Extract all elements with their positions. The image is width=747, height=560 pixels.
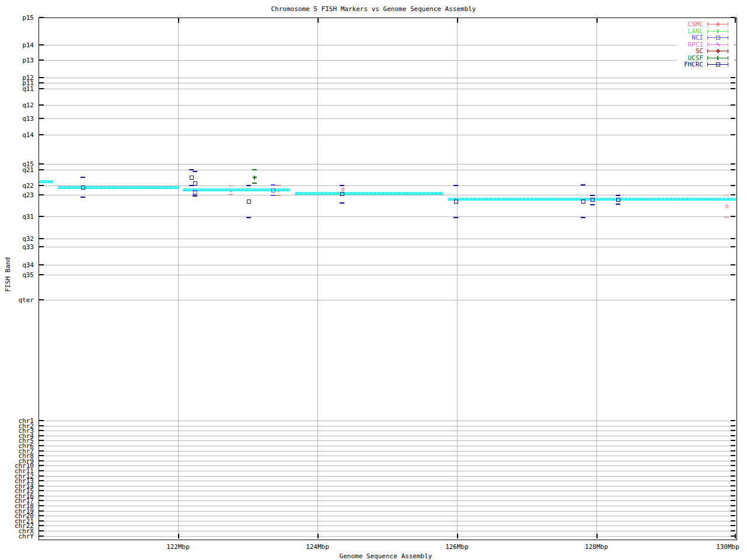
legend-label-fhcrc: FHCRC (659, 61, 703, 68)
right-tick-chr8 (731, 455, 735, 456)
y-tick-label-q32: q32 (0, 236, 34, 242)
left-tick-q35 (39, 274, 44, 275)
left-tick-chr20 (39, 515, 44, 516)
right-tick-chr15 (731, 490, 735, 491)
right-tick-q13 (731, 118, 735, 119)
right-tick-q12 (731, 104, 735, 106)
y-tick-label-q12: q12 (0, 102, 34, 108)
LANL-legend-plus-v (717, 29, 718, 33)
left-tick-q15 (39, 163, 44, 164)
top-tick-122Mbp (178, 18, 179, 23)
x-tick-label-124Mbp: 124Mbp (305, 544, 330, 550)
left-tick-p13 (39, 60, 44, 61)
left-tick-chr3 (39, 430, 44, 431)
y-tick-label-qter: qter (0, 297, 34, 303)
left-tick-chr22 (39, 525, 44, 526)
right-tick-chr4 (731, 435, 735, 436)
left-tick-p15 (39, 17, 44, 18)
top-tick-130Mbp (735, 18, 736, 23)
left-tick-chr11 (39, 470, 44, 471)
legend-label-sc: SC (659, 48, 703, 54)
UCSF-legend-cap-right (728, 56, 728, 60)
RPCI-legend-cap-right (728, 43, 728, 47)
y-tick-label-q21: q21 (0, 167, 34, 173)
NCI-legend-cap-right (728, 36, 728, 40)
left-tick-chr1 (39, 420, 44, 421)
left-tick-p12 (39, 77, 44, 78)
LANL-legend-cap-left (707, 29, 708, 33)
SC-legend-cap-right (728, 49, 728, 53)
legend-label-ucsf: UCSF (659, 55, 703, 61)
right-tick-chr1 (731, 420, 735, 421)
right-tick-q15 (731, 163, 735, 164)
left-tick-q12 (39, 104, 44, 106)
left-tick-chrY (39, 536, 44, 537)
right-tick-chr11 (731, 470, 735, 471)
left-tick-chrX (39, 530, 44, 531)
y-tick-label-q11: q11 (0, 86, 34, 92)
right-tick-q31 (731, 216, 735, 217)
left-tick-q34 (39, 264, 44, 265)
left-tick-chr5 (39, 440, 44, 441)
fish-marker-chart: Chromosome 5 FISH Markers vs Genome Sequ… (0, 0, 747, 560)
right-tick-chr7 (731, 450, 735, 452)
top-tick-126Mbp (457, 18, 458, 23)
right-tick-chr18 (731, 505, 735, 506)
plot-border (39, 18, 737, 540)
left-tick-q13 (39, 118, 44, 119)
legend-label-nci: NCI (659, 34, 703, 41)
right-tick-chr16 (731, 495, 735, 496)
bottom-tick-128Mbp (596, 534, 598, 538)
bottom-tick-126Mbp (457, 534, 458, 538)
right-tick-p11 (731, 82, 735, 83)
y-tick-label-q13: q13 (0, 116, 34, 122)
x-tick-label-126Mbp: 126Mbp (445, 544, 469, 550)
right-tick-chr17 (731, 500, 735, 501)
left-tick-chr13 (39, 480, 44, 481)
y-tick-label-q31: q31 (0, 214, 34, 220)
left-tick-chr12 (39, 475, 44, 477)
left-tick-chr2 (39, 425, 44, 426)
left-tick-chr6 (39, 445, 44, 446)
left-tick-chr17 (39, 500, 44, 501)
y-tick-label-p13: p13 (0, 57, 34, 64)
left-tick-q21 (39, 169, 44, 170)
right-tick-q32 (731, 238, 735, 239)
left-tick-q23 (39, 194, 44, 195)
right-tick-chrX (731, 530, 735, 531)
y-tick-label-p14: p14 (0, 42, 34, 48)
FHCRC-legend-cap-right (728, 62, 728, 66)
top-tick-124Mbp (317, 18, 319, 23)
x-tick-label-122Mbp: 122Mbp (166, 544, 190, 550)
right-tick-qter (731, 299, 735, 300)
left-tick-q11 (39, 88, 44, 89)
RPCI-legend-cap-left (707, 43, 708, 47)
left-tick-chr4 (39, 435, 44, 436)
left-tick-q31 (39, 216, 44, 217)
chart-title: Chromosome 5 FISH Markers vs Genome Sequ… (0, 6, 747, 12)
y-tick-label-q22: q22 (0, 183, 34, 189)
right-tick-q23 (731, 194, 735, 195)
right-tick-p12 (731, 77, 735, 78)
y-tick-label-p15: p15 (0, 15, 34, 21)
NCI-legend-cap-left (707, 36, 708, 40)
y-tick-label-q34: q34 (0, 262, 34, 268)
left-tick-chr9 (39, 460, 44, 461)
left-tick-chr14 (39, 485, 44, 487)
bottom-tick-122Mbp (178, 534, 179, 538)
left-tick-p14 (39, 44, 44, 46)
SC-legend-cap-left (707, 49, 708, 53)
left-tick-qter (39, 299, 44, 300)
right-tick-chr2 (731, 425, 735, 426)
x-tick-label-128Mbp: 128Mbp (584, 544, 609, 550)
legend-label-csmc: CSMC (659, 21, 703, 27)
legend-label-rpci: RPCI (659, 41, 703, 48)
FHCRC-legend-cap-left (707, 62, 708, 66)
right-tick-chr20 (731, 515, 735, 516)
left-tick-q32 (39, 238, 44, 239)
CSMC-legend-cap-right (728, 22, 728, 26)
legend-label-lanl: LANL (659, 28, 703, 34)
left-tick-q33 (39, 246, 44, 247)
y-tick-label-chrY: chrY (0, 533, 34, 540)
bottom-tick-124Mbp (317, 534, 319, 538)
